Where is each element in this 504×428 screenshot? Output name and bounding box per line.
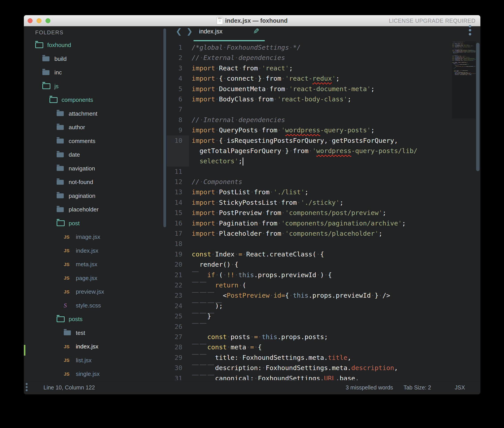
license-upgrade-badge[interactable]: LICENSE UPGRADE REQUIRED [389,15,475,26]
sidebar-item-posts[interactable]: posts [24,312,163,326]
folder-closed-icon [57,166,66,171]
sidebar-item-test[interactable]: test [24,326,163,340]
code-line[interactable]: 2//·External·dependencies [167,53,480,63]
sidebar-item-meta-jsx[interactable]: JSmeta.jsx [24,258,163,271]
sidebar-item-post[interactable]: post [24,217,163,230]
line-number: 6 [167,94,189,104]
sidebar-item-label: single.jsx [76,370,100,378]
folder-closed-icon [64,330,73,335]
code-line[interactable]: 9import·QueryPosts·from·'wordpress-query… [167,125,480,135]
code-line[interactable]: 17import·Placeholder·from·'components/pl… [167,228,480,239]
cursor-position[interactable]: Line 10, Column 122 [43,380,95,394]
code-line[interactable]: 21if·(·!!·this.props.previewId·)·{ [167,270,480,280]
overflow-menu-icon[interactable] [469,25,471,35]
code-line[interactable]: 10import·{·isRequestingPostsForQuery,·ge… [167,135,480,146]
code-editor[interactable]: 1/*global·FoxhoundSettings·*/2//·Externa… [167,42,480,380]
code-line[interactable]: 11 [167,166,480,177]
folder-closed-icon [57,207,66,212]
code-line[interactable]: selectors'; [167,156,480,166]
line-number: 29 [167,353,189,363]
sidebar-item-label: components [61,97,93,103]
code-line[interactable]: 16import·Pagination·from·'components/pag… [167,218,480,228]
sidebar-item-index-jsx[interactable]: JSindex.jsx [24,340,163,354]
line-number [167,146,189,156]
sidebar-scrollbar[interactable] [163,29,166,227]
code-line[interactable]: 8//·Internal·dependencies [167,115,480,125]
code-text: if·(·!!·this.props.previewId·)·{ [189,270,332,280]
sidebar-item-label: index.jsx [76,247,98,254]
sidebar-item-label: pagination [69,192,95,199]
code-line[interactable]: getTotalPagesForQuery·}·from·'wordpress-… [167,146,480,156]
code-text: /*global·FoxhoundSettings·*/ [189,42,301,53]
js-file-icon: JS [64,371,73,377]
code-line[interactable]: 1/*global·FoxhoundSettings·*/ [167,42,480,53]
line-number: 9 [167,125,189,135]
sidebar-item-foxhound[interactable]: foxhound [24,38,163,52]
sidebar-item-page-jsx[interactable]: JSpage.jsx [24,271,163,285]
sidebar-item-comments[interactable]: comments [24,134,163,148]
sidebar-item-placeholder[interactable]: placeholder [24,203,163,217]
jsx-file-icon: JSX [217,17,223,25]
code-line[interactable]: 5import·DocumentMeta·from·'react-documen… [167,84,480,94]
sidebar-item-build[interactable]: build [24,52,163,66]
folder-closed-icon [57,193,66,198]
sidebar-item-inc[interactable]: inc [24,66,163,80]
code-line[interactable]: 19const·Index·=·React.createClass(·{ [167,249,480,259]
sidebar-item-author[interactable]: author [24,121,163,134]
sidebar-item-label: js [54,83,59,90]
line-number: 3 [167,63,189,73]
line-number: 28 [167,342,189,352]
sidebar-item-js[interactable]: js [24,80,163,93]
status-menu-icon[interactable] [26,383,28,391]
code-line[interactable]: 22return·( [167,280,480,290]
prev-tab-icon[interactable]: ❮ [176,27,182,36]
code-text: import·QueryPosts·from·'wordpress-query-… [189,125,375,135]
syntax-status[interactable]: JSX [455,380,465,394]
sidebar-item-style-scss[interactable]: Sstyle.scss [24,299,163,313]
js-file-icon: JS [64,262,73,267]
code-line[interactable]: 15import·PostPreview·from·'components/po… [167,208,480,218]
sidebar-item-label: inc [54,69,62,76]
line-number: 12 [167,177,189,187]
active-tab-underline [193,40,265,41]
code-line[interactable]: 31canonical:·FoxhoundSettings.URL.base, [167,373,480,380]
tab-size-status[interactable]: Tab Size: 2 [403,380,431,394]
title-bar[interactable]: JSX index.jsx — foxhound LICENSE UPGRADE… [24,15,480,26]
sidebar-item-preview-jsx[interactable]: JSpreview.jsx [24,285,163,299]
sidebar-item-not-found[interactable]: not-found [24,175,163,189]
code-line[interactable]: 27const·posts·=·this.props.posts; [167,332,480,342]
code-line[interactable]: 7 [167,104,480,115]
code-line[interactable]: 28const·meta·=·{ [167,342,480,352]
code-line[interactable]: 6import·BodyClass·from·'react-body-class… [167,94,480,104]
tab-index-jsx[interactable]: index.jsx [199,28,222,35]
code-line[interactable]: 18 [167,239,480,249]
code-line[interactable]: 29title:·FoxhoundSettings.meta.title, [167,353,480,363]
sidebar-item-image-jsx[interactable]: JSimage.jsx [24,230,163,244]
code-text: title:·FoxhoundSettings.meta.title, [189,353,351,363]
code-line[interactable]: 26 [167,321,480,332]
code-line[interactable]: 3import·React·from·'react'; [167,63,480,73]
code-line[interactable]: 4import·{·connect·}·from·'react-redux'; [167,73,480,83]
code-line[interactable]: 13import·PostList·from·'./list'; [167,187,480,197]
minimap[interactable]: /*global FoxhoundSettings */// External … [452,41,476,119]
editor-scrollbar[interactable] [476,43,479,171]
code-line[interactable]: 20render()·{ [167,259,480,270]
code-line[interactable]: 14import·StickyPostsList·from·'./sticky'… [167,198,480,208]
sidebar-item-list-jsx[interactable]: JSlist.jsx [24,354,163,367]
sidebar-item-label: placeholder [69,206,99,213]
spellcheck-status[interactable]: 3 misspelled words [346,380,393,394]
sidebar-item-components[interactable]: components [24,93,163,107]
code-line[interactable]: 12//·Components [167,177,480,187]
code-text: render()·{ [189,259,238,270]
sidebar-item-label: page.jsx [76,275,97,282]
line-number: 5 [167,84,189,94]
sidebar-item-attachment[interactable]: attachment [24,107,163,121]
line-number: 8 [167,115,189,125]
sidebar-item-pagination[interactable]: pagination [24,189,163,203]
sidebar-item-index-jsx[interactable]: JSindex.jsx [24,244,163,258]
sidebar-item-date[interactable]: date [24,148,163,162]
sidebar-item-navigation[interactable]: navigation [24,162,163,176]
sidebar-item-label: index.jsx [76,343,98,350]
next-tab-icon[interactable]: ❯ [186,27,193,36]
sidebar-item-single-jsx[interactable]: JSsingle.jsx [24,367,163,380]
